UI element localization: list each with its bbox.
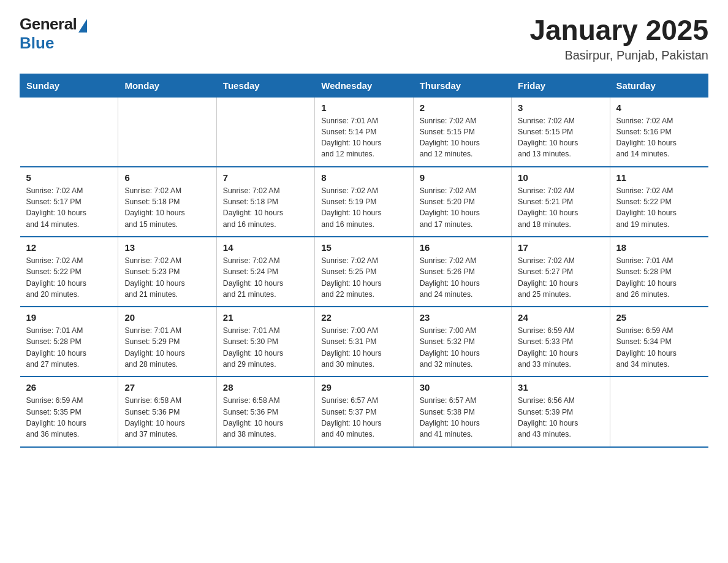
calendar-week-row: 1Sunrise: 7:01 AMSunset: 5:14 PMDaylight… xyxy=(20,97,708,167)
cell-info: Sunrise: 7:02 AMSunset: 5:26 PMDaylight:… xyxy=(420,255,505,300)
calendar-cell: 17Sunrise: 7:02 AMSunset: 5:27 PMDayligh… xyxy=(512,237,610,307)
logo-triangle-icon xyxy=(78,19,87,33)
day-number: 27 xyxy=(124,382,210,393)
calendar-week-row: 19Sunrise: 7:01 AMSunset: 5:28 PMDayligh… xyxy=(20,307,708,377)
cell-info: Sunrise: 7:01 AMSunset: 5:28 PMDaylight:… xyxy=(616,255,702,300)
logo: General Blue xyxy=(20,15,87,53)
day-number: 9 xyxy=(420,172,505,183)
cell-info: Sunrise: 7:02 AMSunset: 5:15 PMDaylight:… xyxy=(420,115,505,160)
cell-info: Sunrise: 7:01 AMSunset: 5:14 PMDaylight:… xyxy=(321,115,406,160)
calendar-cell xyxy=(118,97,216,167)
day-number: 24 xyxy=(518,312,603,323)
cell-info: Sunrise: 7:02 AMSunset: 5:23 PMDaylight:… xyxy=(124,255,210,300)
calendar-week-row: 12Sunrise: 7:02 AMSunset: 5:22 PMDayligh… xyxy=(20,237,708,307)
day-number: 20 xyxy=(124,312,210,323)
day-number: 28 xyxy=(223,382,308,393)
day-number: 8 xyxy=(321,172,406,183)
cell-info: Sunrise: 7:02 AMSunset: 5:20 PMDaylight:… xyxy=(420,185,505,230)
calendar-cell: 21Sunrise: 7:01 AMSunset: 5:30 PMDayligh… xyxy=(216,307,314,377)
calendar-cell xyxy=(610,377,708,446)
calendar-cell: 22Sunrise: 7:00 AMSunset: 5:31 PMDayligh… xyxy=(315,307,413,377)
calendar-cell: 7Sunrise: 7:02 AMSunset: 5:18 PMDaylight… xyxy=(216,167,314,237)
day-number: 6 xyxy=(124,172,210,183)
month-year-title: January 2025 xyxy=(529,15,708,46)
calendar-week-row: 5Sunrise: 7:02 AMSunset: 5:17 PMDaylight… xyxy=(20,167,708,237)
cell-info: Sunrise: 6:56 AMSunset: 5:39 PMDaylight:… xyxy=(518,395,603,440)
calendar-cell: 8Sunrise: 7:02 AMSunset: 5:19 PMDaylight… xyxy=(315,167,413,237)
calendar-cell: 1Sunrise: 7:01 AMSunset: 5:14 PMDaylight… xyxy=(315,97,413,167)
day-number: 25 xyxy=(616,312,702,323)
day-number: 12 xyxy=(26,242,112,253)
cell-info: Sunrise: 7:02 AMSunset: 5:15 PMDaylight:… xyxy=(518,115,603,160)
calendar-cell: 16Sunrise: 7:02 AMSunset: 5:26 PMDayligh… xyxy=(413,237,511,307)
calendar-cell xyxy=(20,97,118,167)
cell-info: Sunrise: 7:00 AMSunset: 5:31 PMDaylight:… xyxy=(321,325,406,370)
calendar-cell: 31Sunrise: 6:56 AMSunset: 5:39 PMDayligh… xyxy=(512,377,610,446)
day-number: 26 xyxy=(26,382,112,393)
header-sunday: Sunday xyxy=(20,74,118,97)
calendar-cell: 10Sunrise: 7:02 AMSunset: 5:21 PMDayligh… xyxy=(512,167,610,237)
cell-info: Sunrise: 7:02 AMSunset: 5:27 PMDaylight:… xyxy=(518,255,603,300)
day-number: 18 xyxy=(616,242,702,253)
cell-info: Sunrise: 7:02 AMSunset: 5:18 PMDaylight:… xyxy=(124,185,210,230)
calendar-cell: 11Sunrise: 7:02 AMSunset: 5:22 PMDayligh… xyxy=(610,167,708,237)
header-tuesday: Tuesday xyxy=(216,74,314,97)
day-number: 13 xyxy=(124,242,210,253)
calendar-cell: 6Sunrise: 7:02 AMSunset: 5:18 PMDaylight… xyxy=(118,167,216,237)
calendar-cell: 30Sunrise: 6:57 AMSunset: 5:38 PMDayligh… xyxy=(413,377,511,446)
calendar-cell: 4Sunrise: 7:02 AMSunset: 5:16 PMDaylight… xyxy=(610,97,708,167)
day-number: 16 xyxy=(420,242,505,253)
cell-info: Sunrise: 6:57 AMSunset: 5:38 PMDaylight:… xyxy=(420,395,505,440)
cell-info: Sunrise: 7:02 AMSunset: 5:19 PMDaylight:… xyxy=(321,185,406,230)
cell-info: Sunrise: 7:02 AMSunset: 5:25 PMDaylight:… xyxy=(321,255,406,300)
cell-info: Sunrise: 7:02 AMSunset: 5:16 PMDaylight:… xyxy=(616,115,702,160)
day-number: 14 xyxy=(223,242,308,253)
day-number: 19 xyxy=(26,312,112,323)
cell-info: Sunrise: 7:01 AMSunset: 5:28 PMDaylight:… xyxy=(26,325,112,370)
day-number: 30 xyxy=(420,382,505,393)
calendar-cell xyxy=(216,97,314,167)
calendar-cell: 13Sunrise: 7:02 AMSunset: 5:23 PMDayligh… xyxy=(118,237,216,307)
calendar-cell: 18Sunrise: 7:01 AMSunset: 5:28 PMDayligh… xyxy=(610,237,708,307)
cell-info: Sunrise: 7:02 AMSunset: 5:22 PMDaylight:… xyxy=(616,185,702,230)
logo-general-text: General xyxy=(20,15,77,34)
calendar-cell: 2Sunrise: 7:02 AMSunset: 5:15 PMDaylight… xyxy=(413,97,511,167)
calendar-cell: 29Sunrise: 6:57 AMSunset: 5:37 PMDayligh… xyxy=(315,377,413,446)
header-monday: Monday xyxy=(118,74,216,97)
calendar-cell: 27Sunrise: 6:58 AMSunset: 5:36 PMDayligh… xyxy=(118,377,216,446)
calendar-cell: 19Sunrise: 7:01 AMSunset: 5:28 PMDayligh… xyxy=(20,307,118,377)
calendar-table: SundayMondayTuesdayWednesdayThursdayFrid… xyxy=(20,74,708,448)
calendar-cell: 5Sunrise: 7:02 AMSunset: 5:17 PMDaylight… xyxy=(20,167,118,237)
cell-info: Sunrise: 7:02 AMSunset: 5:17 PMDaylight:… xyxy=(26,185,112,230)
day-number: 3 xyxy=(518,102,603,113)
cell-info: Sunrise: 6:58 AMSunset: 5:36 PMDaylight:… xyxy=(223,395,308,440)
cell-info: Sunrise: 6:58 AMSunset: 5:36 PMDaylight:… xyxy=(124,395,210,440)
day-number: 7 xyxy=(223,172,308,183)
calendar-cell: 23Sunrise: 7:00 AMSunset: 5:32 PMDayligh… xyxy=(413,307,511,377)
cell-info: Sunrise: 7:00 AMSunset: 5:32 PMDaylight:… xyxy=(420,325,505,370)
cell-info: Sunrise: 7:02 AMSunset: 5:24 PMDaylight:… xyxy=(223,255,308,300)
day-number: 31 xyxy=(518,382,603,393)
calendar-cell: 3Sunrise: 7:02 AMSunset: 5:15 PMDaylight… xyxy=(512,97,610,167)
cell-info: Sunrise: 7:02 AMSunset: 5:21 PMDaylight:… xyxy=(518,185,603,230)
cell-info: Sunrise: 7:02 AMSunset: 5:18 PMDaylight:… xyxy=(223,185,308,230)
calendar-cell: 26Sunrise: 6:59 AMSunset: 5:35 PMDayligh… xyxy=(20,377,118,446)
cell-info: Sunrise: 6:59 AMSunset: 5:35 PMDaylight:… xyxy=(26,395,112,440)
cell-info: Sunrise: 7:01 AMSunset: 5:30 PMDaylight:… xyxy=(223,325,308,370)
calendar-cell: 24Sunrise: 6:59 AMSunset: 5:33 PMDayligh… xyxy=(512,307,610,377)
header-saturday: Saturday xyxy=(610,74,708,97)
location-subtitle: Basirpur, Punjab, Pakistan xyxy=(529,48,708,63)
calendar-cell: 28Sunrise: 6:58 AMSunset: 5:36 PMDayligh… xyxy=(216,377,314,446)
calendar-header-row: SundayMondayTuesdayWednesdayThursdayFrid… xyxy=(20,74,708,97)
calendar-cell: 14Sunrise: 7:02 AMSunset: 5:24 PMDayligh… xyxy=(216,237,314,307)
day-number: 22 xyxy=(321,312,406,323)
day-number: 23 xyxy=(420,312,505,323)
page-header: General Blue January 2025 Basirpur, Punj… xyxy=(20,15,708,63)
day-number: 11 xyxy=(616,172,702,183)
day-number: 4 xyxy=(616,102,702,113)
calendar-cell: 25Sunrise: 6:59 AMSunset: 5:34 PMDayligh… xyxy=(610,307,708,377)
calendar-cell: 9Sunrise: 7:02 AMSunset: 5:20 PMDaylight… xyxy=(413,167,511,237)
cell-info: Sunrise: 6:59 AMSunset: 5:34 PMDaylight:… xyxy=(616,325,702,370)
cell-info: Sunrise: 7:02 AMSunset: 5:22 PMDaylight:… xyxy=(26,255,112,300)
title-section: January 2025 Basirpur, Punjab, Pakistan xyxy=(529,15,708,63)
